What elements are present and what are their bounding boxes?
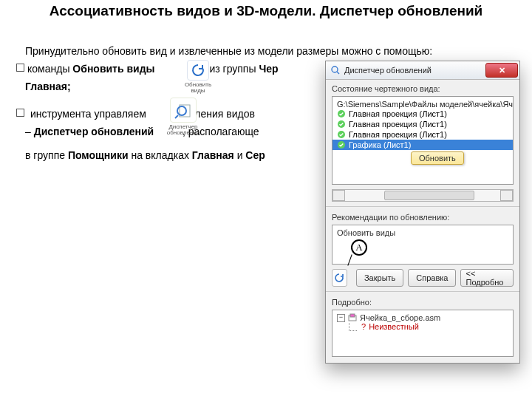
- group-label-state: Состояние чертежного вида:: [326, 80, 519, 95]
- callout-a: A: [351, 239, 367, 256]
- separator: [326, 206, 519, 207]
- tree-child-label: Неизвестный: [369, 322, 419, 331]
- view-ok-icon: [337, 109, 346, 118]
- tree-child[interactable]: ? Неизвестный: [349, 322, 508, 331]
- slide-title: Ассоциативность видов и 3D-модели. Диспе…: [0, 3, 532, 20]
- drawing-view-list[interactable]: G:\Siemens\Sample\Файлы моделей\ячейка\Я…: [332, 96, 514, 185]
- list-item[interactable]: Главная проекция (Лист1): [332, 129, 513, 140]
- context-menu-update[interactable]: Обновить: [411, 151, 464, 165]
- ribbon-update-manager[interactable]: Диспетчеробновлений: [163, 98, 203, 136]
- t: и: [234, 149, 246, 161]
- t: в группе: [25, 149, 68, 161]
- button-row: Закрыть Справка << Подробно: [332, 269, 514, 287]
- recommendation-text: Обновить виды: [337, 228, 395, 237]
- refresh-all-button[interactable]: [332, 269, 347, 287]
- t: Диспетчер обновлений: [34, 126, 154, 137]
- t: Главная: [192, 149, 234, 161]
- help-button[interactable]: Справка: [408, 269, 456, 287]
- t: Сер: [245, 149, 265, 161]
- scroll-thumb[interactable]: [384, 191, 474, 200]
- magnifier-sheet-icon: [170, 98, 197, 123]
- close-button[interactable]: ✕: [485, 63, 518, 78]
- details-toggle-button[interactable]: << Подробно: [460, 269, 514, 287]
- bullet-icon: [16, 109, 24, 117]
- app-icon: [330, 65, 341, 75]
- model-path: G:\Siemens\Sample\Файлы моделей\ячейка\Я…: [332, 97, 513, 109]
- t: из группы: [207, 63, 259, 75]
- list-item-selected[interactable]: Графика (Лист1): [332, 140, 513, 150]
- t: команды: [27, 63, 72, 75]
- view-ok-icon: [337, 140, 346, 149]
- t: Помощники: [68, 149, 129, 161]
- row-label: Главная проекция (Лист1): [349, 130, 447, 139]
- assembly-icon: [348, 313, 357, 322]
- list-item[interactable]: Главная проекция (Лист1): [332, 119, 513, 129]
- row-label: Главная проекция (Лист1): [349, 120, 447, 129]
- ribbon-update-views[interactable]: Обновитьвиды: [183, 60, 214, 94]
- svg-line-2: [175, 115, 178, 118]
- svg-point-3: [332, 66, 338, 72]
- close-dialog-button[interactable]: Закрыть: [356, 269, 403, 287]
- tree-root[interactable]: − Ячейка_в_сборе.asm: [337, 313, 508, 322]
- scroll-right-icon[interactable]: [500, 190, 513, 201]
- bullet-icon: [16, 64, 24, 72]
- t: Главная;: [25, 81, 71, 92]
- view-ok-icon: [337, 130, 346, 139]
- separator: [326, 291, 519, 292]
- row-label: Графика (Лист1): [349, 140, 411, 149]
- refresh-icon: [187, 60, 209, 81]
- view-ok-icon: [337, 120, 346, 129]
- row-label: Главная проекция (Лист1): [349, 109, 447, 118]
- horizontal-scrollbar[interactable]: [332, 189, 514, 202]
- t: Обновить виды: [72, 63, 154, 75]
- tree-root-label: Ячейка_в_сборе.asm: [360, 313, 440, 322]
- t: инструмента управляем новления видов: [27, 108, 255, 120]
- dialog-title: Диспетчер обновлений: [344, 66, 485, 75]
- ribbon-label: Обновитьвиды: [183, 82, 214, 94]
- titlebar[interactable]: Диспетчер обновлений ✕: [326, 61, 519, 80]
- scroll-left-icon[interactable]: [332, 190, 345, 201]
- collapse-icon[interactable]: −: [337, 314, 345, 322]
- update-manager-dialog: Диспетчер обновлений ✕ Состояние чертежн…: [325, 61, 520, 364]
- ribbon-label: Диспетчеробновлений: [163, 124, 203, 136]
- t: на вкладках: [129, 149, 192, 161]
- t: –: [25, 126, 34, 137]
- tree-line-icon: [349, 323, 357, 331]
- group-label-recommend: Рекомендации по обновлению:: [326, 208, 519, 223]
- t: Чер: [259, 63, 278, 75]
- svg-rect-10: [350, 314, 355, 317]
- intro-text: Принудительно обновить вид и извлеченные…: [25, 45, 432, 57]
- question-icon: ?: [361, 322, 366, 331]
- details-tree[interactable]: − Ячейка_в_сборе.asm ? Неизвестный: [332, 310, 514, 357]
- group-label-details: Подробно:: [326, 293, 519, 308]
- close-icon: ✕: [499, 66, 505, 75]
- svg-line-4: [337, 72, 339, 74]
- list-item[interactable]: Главная проекция (Лист1): [332, 109, 513, 119]
